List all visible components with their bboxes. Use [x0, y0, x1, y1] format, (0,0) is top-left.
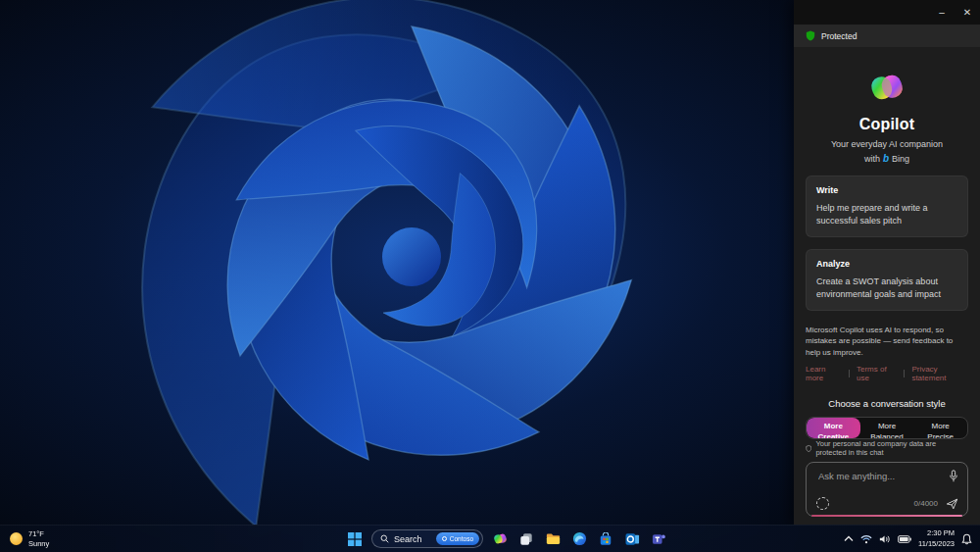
copilot-logo-icon — [868, 69, 906, 106]
protected-label: Protected — [821, 31, 857, 41]
add-image-icon[interactable] — [816, 497, 829, 510]
with-bing-row: with b Bing — [806, 153, 968, 164]
input-toolbar: 0/4000 — [816, 497, 958, 510]
card-title: Write — [816, 185, 957, 195]
clock-widget[interactable]: 2:30 PM 11/15/2023 — [918, 528, 955, 548]
style-more-precise[interactable]: More Precise — [913, 418, 967, 438]
terms-of-use-link[interactable]: Terms of use — [857, 365, 898, 382]
panel-titlebar: – ✕ — [794, 0, 980, 25]
weather-condition: Sunny — [28, 539, 49, 549]
input-accent-underline — [811, 515, 962, 517]
learn-more-link[interactable]: Learn more — [806, 365, 842, 382]
wifi-icon[interactable] — [860, 534, 872, 544]
copilot-title: Copilot — [806, 116, 968, 133]
edge-browser-icon[interactable] — [569, 529, 589, 549]
protected-status-bar[interactable]: Protected — [794, 25, 980, 47]
shield-outline-icon — [806, 444, 811, 453]
bing-icon: b — [883, 153, 889, 164]
shield-protected-icon — [806, 30, 815, 41]
weather-temp: 71°F — [28, 529, 49, 539]
outlook-icon[interactable] — [622, 529, 642, 549]
send-icon[interactable] — [946, 498, 958, 510]
teams-icon[interactable] — [649, 529, 668, 549]
close-button[interactable]: ✕ — [955, 0, 980, 25]
start-button[interactable] — [345, 529, 365, 549]
copilot-panel: – ✕ Protected — [794, 0, 980, 526]
card-title: Analyze — [816, 259, 957, 269]
copilot-subtitle: Your everyday AI companion — [806, 139, 968, 149]
conversation-style-selector: More Creative More Balanced More Precise — [806, 417, 968, 439]
char-counter: 0/4000 — [914, 499, 938, 508]
style-more-balanced[interactable]: More Balanced — [860, 418, 914, 438]
divider — [849, 370, 850, 377]
sunny-weather-icon — [10, 532, 23, 545]
minimize-button[interactable]: – — [929, 0, 955, 25]
system-tray: 2:30 PM 11/15/2023 — [844, 526, 972, 552]
taskbar-copilot-icon[interactable] — [490, 529, 510, 549]
speaker-icon[interactable] — [879, 534, 891, 544]
weather-widget[interactable]: 71°F Sunny — [10, 526, 49, 552]
divider — [904, 370, 905, 377]
privacy-statement-link[interactable]: Privacy statement — [911, 365, 968, 382]
bing-label: Bing — [892, 154, 909, 164]
taskbar: 71°F Sunny Search — [0, 525, 980, 552]
taskbar-center: Search Contoso — [345, 526, 668, 552]
tray-chevron-up-icon[interactable] — [844, 535, 854, 542]
legal-links-row: Learn more Terms of use Privacy statemen… — [806, 365, 968, 382]
microsoft-store-icon[interactable] — [596, 529, 615, 549]
data-protection-note: Your personal and company data are prote… — [806, 439, 968, 457]
style-more-creative[interactable]: More Creative — [807, 418, 860, 438]
suggestion-card-analyze[interactable]: Analyze Create a SWOT analysis about env… — [806, 249, 968, 311]
windows-logo-icon — [348, 532, 362, 546]
microphone-icon[interactable] — [949, 470, 958, 482]
card-body: Help me prepare and write a successful s… — [816, 202, 957, 227]
task-view-icon[interactable] — [516, 529, 536, 549]
tray-time: 2:30 PM — [918, 528, 955, 538]
conversation-style-heading: Choose a conversation style — [806, 398, 968, 409]
suggestion-card-write[interactable]: Write Help me prepare and write a succes… — [806, 176, 968, 237]
search-contoso-badge[interactable]: Contoso — [436, 532, 479, 545]
chat-input-box[interactable]: 0/4000 — [806, 462, 968, 517]
card-body: Create a SWOT analysis about environment… — [816, 276, 957, 301]
tray-date: 11/15/2023 — [918, 539, 955, 549]
search-label: Search — [394, 534, 431, 544]
badge-icon — [442, 536, 447, 541]
desktop-screen: – ✕ Protected — [0, 0, 980, 552]
file-explorer-icon[interactable] — [543, 529, 563, 549]
ai-disclaimer-text: Microsoft Copilot uses AI to respond, so… — [806, 325, 968, 358]
search-icon — [380, 534, 389, 543]
taskbar-search-box[interactable]: Search Contoso — [371, 529, 483, 548]
notification-bell-icon[interactable] — [961, 533, 972, 545]
battery-icon[interactable] — [898, 535, 911, 543]
chat-input[interactable] — [816, 470, 940, 482]
with-label: with — [864, 154, 880, 164]
panel-body: Copilot Your everyday AI companion with … — [794, 47, 980, 526]
